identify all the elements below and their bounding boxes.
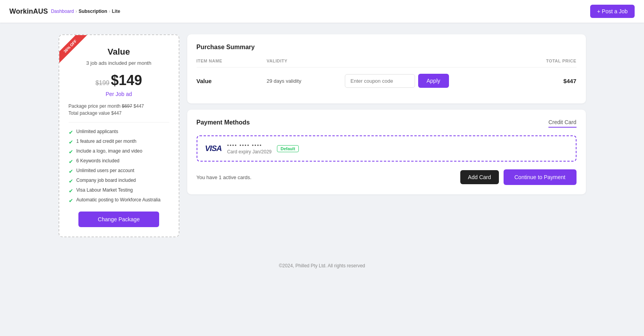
payment-card: Payment Methods Credit Card VISA •••• ••…	[187, 110, 586, 194]
footer-buttons: Add Card Continue to Payment	[460, 169, 577, 185]
discount-badge: 36% OFF	[59, 35, 90, 66]
pricing-block: $199 $149	[69, 72, 169, 89]
visa-logo: VISA	[205, 144, 222, 153]
col-coupon	[345, 59, 546, 63]
check-icon: ✔	[69, 197, 73, 204]
breadcrumb: Dashboard › Subscription › Lite	[51, 9, 120, 14]
payment-title: Payment Methods	[197, 119, 250, 126]
post-job-button[interactable]: + Post a Job	[590, 5, 635, 18]
total-value-meta: Total package value $447	[69, 110, 169, 116]
new-price: $149	[111, 72, 142, 88]
list-item: ✔Unlimited users per account	[69, 168, 169, 174]
page-footer: ©2024, Philled Pty Ltd. All rights reser…	[0, 257, 644, 275]
table-row: Value 29 days validity Apply $447	[197, 68, 577, 94]
purchase-summary-title: Purchase Summary	[197, 44, 577, 51]
check-icon: ✔	[69, 188, 73, 194]
col-item-name: ITEM NAME	[197, 59, 267, 63]
table-header: ITEM NAME VALIDITY TOTAL PRICE	[197, 59, 577, 68]
check-icon: ✔	[69, 149, 73, 155]
footer-text: ©2024, Philled Pty Ltd. All rights reser…	[279, 263, 365, 268]
breadcrumb-subscription: Subscription	[78, 9, 107, 14]
saved-card-box[interactable]: VISA •••• •••• •••• Card expiry Jan/2029…	[197, 135, 577, 162]
list-item: ✔1 feature ad credit per month	[69, 139, 169, 145]
list-item: ✔6 Keywords included	[69, 158, 169, 165]
card-info: •••• •••• •••• Card expiry Jan/2029	[227, 142, 271, 155]
payment-footer: You have 1 active cards. Add Card Contin…	[197, 169, 577, 185]
feature-list: ✔Unlimited applicants ✔1 feature ad cred…	[69, 129, 169, 204]
coupon-area: Apply	[345, 74, 564, 88]
col-total-price: TOTAL PRICE	[546, 59, 577, 63]
col-validity: VALIDITY	[267, 59, 345, 63]
purchase-summary-card: Purchase Summary ITEM NAME VALIDITY TOTA…	[187, 34, 586, 103]
coupon-input[interactable]	[345, 74, 415, 88]
package-price-meta: Package price per month $697 $447	[69, 103, 169, 109]
divider	[69, 122, 169, 123]
package-card: 36% OFF Value 3 job ads included per mon…	[59, 34, 179, 237]
apply-button[interactable]: Apply	[418, 74, 449, 88]
continue-to-payment-button[interactable]: Continue to Payment	[504, 169, 577, 185]
check-icon: ✔	[69, 129, 73, 135]
list-item: ✔Visa Labour Market Testing	[69, 187, 169, 194]
card-expiry: Card expiry Jan/2029	[227, 149, 271, 155]
breadcrumb-sep-2: ›	[109, 9, 110, 14]
list-item: ✔Company job board included	[69, 178, 169, 184]
item-validity: 29 days validity	[267, 78, 345, 84]
package-price-old: $697	[122, 103, 132, 109]
breadcrumb-sep-1: ›	[75, 9, 77, 14]
main-content: 36% OFF Value 3 job ads included per mon…	[49, 23, 595, 249]
active-cards-text: You have 1 active cards.	[197, 174, 252, 180]
check-icon: ✔	[69, 158, 73, 165]
credit-card-tab[interactable]: Credit Card	[548, 119, 577, 128]
payment-header: Payment Methods Credit Card	[197, 119, 577, 128]
header-left: WorkinAUS Dashboard › Subscription › Lit…	[9, 7, 120, 16]
change-package-button[interactable]: Change Package	[78, 212, 159, 227]
check-icon: ✔	[69, 168, 73, 174]
add-card-button[interactable]: Add Card	[460, 170, 499, 184]
breadcrumb-current: Lite	[112, 9, 120, 14]
check-icon: ✔	[69, 178, 73, 184]
right-panel: Purchase Summary ITEM NAME VALIDITY TOTA…	[187, 34, 586, 237]
package-price-label: Package price per month	[69, 103, 121, 109]
item-total-price: $447	[563, 78, 576, 84]
card-number-masked: •••• •••• ••••	[227, 142, 271, 148]
list-item: ✔Automatic posting to Workforce Australi…	[69, 197, 169, 204]
discount-badge-text: 36% OFF	[59, 35, 87, 63]
item-name: Value	[197, 78, 267, 84]
app-logo: WorkinAUS	[9, 7, 48, 16]
list-item: ✔Unlimited applicants	[69, 129, 169, 135]
default-badge: Default	[277, 145, 298, 152]
check-icon: ✔	[69, 139, 73, 145]
header: WorkinAUS Dashboard › Subscription › Lit…	[0, 0, 644, 23]
list-item: ✔Include a logo, image and video	[69, 148, 169, 155]
package-price-new: $447	[133, 103, 144, 109]
per-job-label: Per Job ad	[69, 91, 169, 97]
old-price: $199	[96, 80, 110, 86]
breadcrumb-dashboard[interactable]: Dashboard	[51, 9, 74, 14]
